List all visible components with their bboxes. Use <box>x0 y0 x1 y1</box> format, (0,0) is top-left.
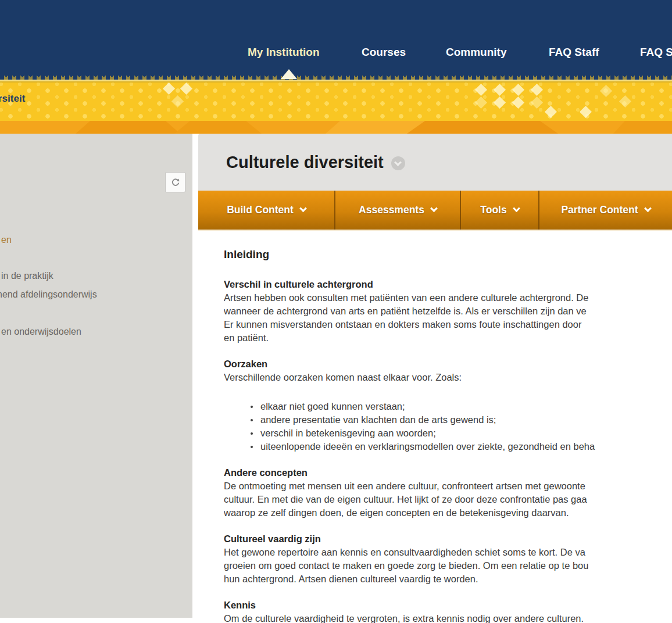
diamond-decoration <box>494 84 506 96</box>
list-item: verschil in betekenisgeving aan woorden; <box>224 427 672 440</box>
amber-shape <box>76 121 180 134</box>
paragraph-line: wanneer de achtergrond van arts en patië… <box>224 305 672 318</box>
chevron-down-icon <box>513 205 520 212</box>
sidebar-item-1[interactable]: en <box>1 235 12 245</box>
diamond-decoration <box>531 84 543 96</box>
paragraph-line: en patiënt. <box>224 331 672 345</box>
paragraph-line: Verschillende oorzaken komen naast elkaa… <box>224 371 672 384</box>
paragraph-line: Het gewone repertoire aan kennis en cons… <box>224 546 672 559</box>
amber-shape <box>407 121 558 134</box>
diamond-decoration <box>494 96 506 109</box>
diamond-decoration <box>475 96 487 109</box>
refresh-button[interactable] <box>165 172 185 192</box>
section-title: Cultureel vaardig zijn <box>224 532 672 546</box>
tools-button[interactable]: Tools <box>461 191 539 230</box>
build-content-button[interactable]: Build Content <box>198 191 335 230</box>
list-item: uiteenlopende ideeën en verklaringsmodel… <box>224 440 672 453</box>
tab-community[interactable]: Community <box>446 46 507 59</box>
main-content-panel: Culturele diversiteit Build Content Asse… <box>198 134 672 623</box>
page-title: Culturele diversiteit <box>226 134 405 191</box>
chevron-down-icon <box>644 205 652 212</box>
content-section-andere-concepten: Andere concepten De ontmoeting met mense… <box>224 466 672 520</box>
amber-shape <box>174 121 262 134</box>
refresh-icon <box>170 177 181 188</box>
tools-label: Tools <box>480 204 506 216</box>
content-section-kennis: Kennis Om de culturele vaardigheid te ve… <box>224 599 672 623</box>
section-title: Kennis <box>224 599 672 612</box>
amber-shape <box>613 121 672 134</box>
paragraph-line: hun achtergrond. Artsen dienen cultureel… <box>224 572 672 586</box>
sidebar-item-2[interactable]: in de praktijk <box>1 271 53 281</box>
section-title: Andere concepten <box>224 466 672 479</box>
assessments-button[interactable]: Assessments <box>335 191 461 230</box>
diamond-decoration <box>512 96 524 109</box>
tab-my-institution[interactable]: My Institution <box>248 46 319 59</box>
chevron-down-icon <box>299 205 307 212</box>
course-menu-sidebar: en in de praktijk nend afdelingsonderwij… <box>0 134 192 618</box>
diamond-decoration <box>545 106 557 118</box>
diamond-decoration <box>619 95 631 108</box>
diamond-decoration <box>171 95 184 108</box>
bullet-list: elkaar niet goed kunnen verstaan; andere… <box>224 400 672 453</box>
content-section-oorzaken: Oorzaken Verschillende oorzaken komen na… <box>224 357 672 453</box>
banner-zigzag-edge <box>0 76 672 80</box>
top-navigation-bar: My Institution Courses Community FAQ Sta… <box>0 0 672 80</box>
tab-faq-staff[interactable]: FAQ Staff <box>549 46 599 59</box>
content-section-cultureel-vaardig: Cultureel vaardig zijn Het gewone repert… <box>224 532 672 586</box>
page-title-bar: Culturele diversiteit <box>198 134 672 191</box>
chevron-down-icon <box>430 205 438 212</box>
action-bar: Build Content Assessments Tools Partner … <box>198 191 672 230</box>
diamond-decoration <box>163 83 175 95</box>
paragraph-line: Er kunnen misverstanden ontstaan en dokt… <box>224 318 672 331</box>
paragraph-line: cultuur. En met die van de eigen cultuur… <box>224 493 672 506</box>
diamond-decoration <box>180 83 192 95</box>
banner-title: rsiteit <box>0 93 25 105</box>
partner-content-button[interactable]: Partner Content <box>539 191 672 230</box>
diamond-decoration <box>475 84 487 96</box>
title-menu-chevron-icon[interactable] <box>391 156 405 170</box>
assessments-label: Assessments <box>359 204 424 216</box>
active-tab-caret-icon <box>281 69 297 79</box>
sidebar-item-4[interactable]: en onderwijsdoelen <box>1 327 81 337</box>
paragraph-line: groeien om goed contact te maken en goed… <box>224 559 672 572</box>
institution-banner: rsiteit <box>0 80 672 121</box>
list-item: elkaar niet goed kunnen verstaan; <box>224 400 672 413</box>
tab-faq-student[interactable]: FAQ S <box>640 46 672 59</box>
diamond-decoration <box>580 106 592 118</box>
page-content: Inleiding Verschil in culturele achtergr… <box>224 230 672 623</box>
diamond-decoration <box>600 85 612 97</box>
section-title: Verschil in culturele achtergrond <box>224 278 672 291</box>
page-title-text: Culturele diversiteit <box>226 153 384 171</box>
content-section-verschil: Verschil in culturele achtergrond Artsen… <box>224 278 672 345</box>
list-item: andere presentatie van klachten dan de a… <box>224 413 672 427</box>
paragraph-line: De ontmoeting met mensen uit een andere … <box>224 479 672 493</box>
diamond-decoration <box>512 84 524 96</box>
banner-lower-band <box>0 121 672 134</box>
sidebar-item-3[interactable]: nend afdelingsonderwijs <box>0 289 97 300</box>
section-title: Oorzaken <box>224 357 672 371</box>
partner-content-label: Partner Content <box>561 204 638 216</box>
paragraph-line: waarop ze zelf dingen doen, de eigen con… <box>224 506 672 520</box>
paragraph-line: Om de culturele vaardigheid te vergroten… <box>224 612 672 623</box>
paragraph-line: Artsen hebben ook consulten met patiënte… <box>224 291 672 305</box>
diamond-decoration <box>531 96 543 109</box>
build-content-label: Build Content <box>227 204 294 216</box>
tab-courses[interactable]: Courses <box>362 46 406 59</box>
content-heading: Inleiding <box>224 248 672 261</box>
